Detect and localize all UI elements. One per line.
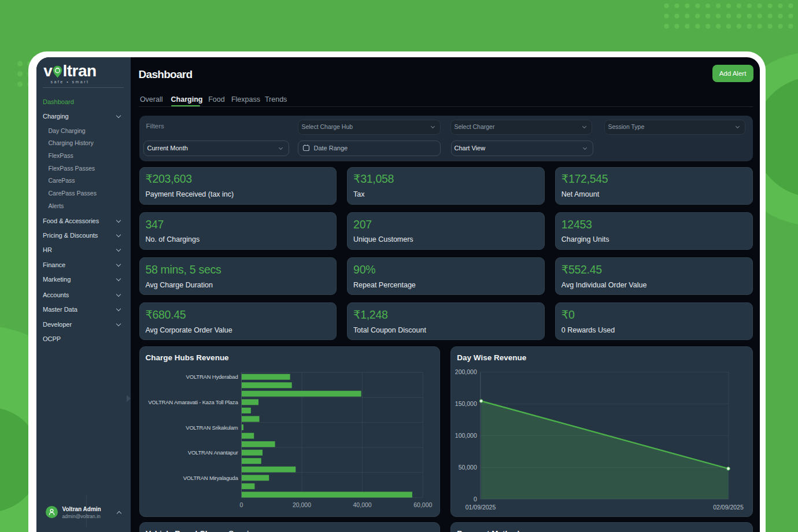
svg-text:VOLTRAN Anantapur: VOLTRAN Anantapur xyxy=(188,449,238,456)
svg-text:VOLTRAN Hyderabad: VOLTRAN Hyderabad xyxy=(186,374,238,380)
svg-text:Charge Hubs Revenue: Charge Hubs Revenue xyxy=(146,353,230,362)
svg-text:200,000: 200,000 xyxy=(455,368,477,375)
svg-text:50,000: 50,000 xyxy=(459,463,477,470)
svg-text:0: 0 xyxy=(474,495,477,502)
svg-text:100,000: 100,000 xyxy=(455,432,477,439)
svg-text:0: 0 xyxy=(240,501,243,508)
svg-text:01/09/2025: 01/09/2025 xyxy=(466,503,496,510)
svg-text:VOLTRAN Miryalaguda: VOLTRAN Miryalaguda xyxy=(183,474,239,481)
svg-text:60,000: 60,000 xyxy=(414,501,433,508)
svg-text:150,000: 150,000 xyxy=(455,400,477,407)
svg-text:VOLTRAN Amaravati - Kaza Toll: VOLTRAN Amaravati - Kaza Toll Plaza xyxy=(149,398,239,405)
svg-text:20,000: 20,000 xyxy=(293,501,311,508)
svg-text:02/09/2025: 02/09/2025 xyxy=(713,503,744,510)
svg-text:VOLTRAN Srikakulam: VOLTRAN Srikakulam xyxy=(186,424,238,430)
svg-text:40,000: 40,000 xyxy=(353,501,372,508)
svg-text:Day Wise Revenue: Day Wise Revenue xyxy=(457,353,526,362)
